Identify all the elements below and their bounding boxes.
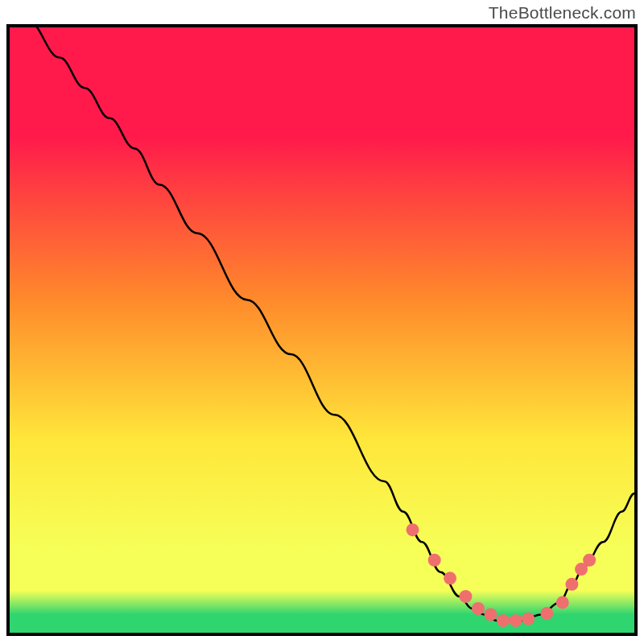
target-dot <box>485 608 497 621</box>
target-dot <box>583 554 596 567</box>
target-dot <box>522 613 535 625</box>
target-dot <box>556 596 569 609</box>
chart-gradient-bg <box>10 27 634 633</box>
chart-frame <box>6 24 638 636</box>
chart-area <box>10 27 634 633</box>
target-dot <box>472 602 485 615</box>
target-dot <box>459 590 472 603</box>
target-dot <box>497 614 510 627</box>
target-dot <box>444 572 456 584</box>
target-dot <box>565 578 578 591</box>
source-link[interactable]: TheBottleneck.com <box>489 3 636 23</box>
chart-svg <box>10 27 634 633</box>
target-dot <box>407 523 419 536</box>
target-dot <box>510 614 522 627</box>
target-dot <box>540 607 553 620</box>
target-dot <box>428 554 441 567</box>
